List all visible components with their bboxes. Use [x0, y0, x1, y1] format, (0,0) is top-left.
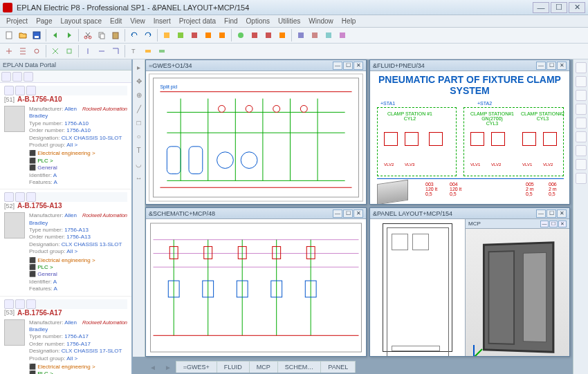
tb-btn-f[interactable] [235, 29, 247, 41]
layout-3d-canvas[interactable] [466, 229, 569, 356]
tb-insert-a[interactable] [3, 45, 15, 57]
part-item[interactable]: [53] A-B.1756-A17Rockwell AutomationManu… [0, 297, 131, 374]
tb-btn-c[interactable] [188, 29, 201, 41]
rt-b[interactable] [576, 76, 587, 87]
doc-schem-canvas[interactable] [146, 219, 366, 356]
tb-btn-e[interactable] [216, 29, 228, 41]
close-icon[interactable]: ✕ [353, 209, 363, 218]
tab-scroll-right-icon[interactable]: ► [160, 362, 176, 373]
tb-btn-k[interactable] [309, 29, 321, 41]
lt-rect-icon[interactable]: □ [134, 118, 144, 127]
min-icon[interactable]: — [333, 209, 342, 218]
min-icon[interactable]: — [540, 221, 549, 227]
rt-i[interactable] [576, 173, 587, 184]
tb-insert-k[interactable] [156, 45, 168, 57]
lt-line-icon[interactable]: ╱ [134, 104, 144, 113]
min-icon[interactable]: — [536, 209, 546, 218]
tb-insert-h[interactable] [109, 45, 122, 57]
menu-edit[interactable]: Edit [107, 16, 125, 26]
rt-c[interactable] [576, 90, 587, 101]
menu-project[interactable]: Project [3, 16, 31, 26]
parts-list[interactable]: [51] A-B.1756-A10Rockwell AutomationManu… [0, 83, 131, 374]
menu-layout-space[interactable]: Layout space [57, 16, 105, 26]
min-icon[interactable]: — [333, 62, 342, 70]
tb-insert-f[interactable] [82, 45, 94, 57]
min-icon[interactable]: — [536, 62, 546, 70]
close-icon[interactable]: ✕ [353, 62, 363, 70]
tb-copy[interactable] [95, 29, 108, 41]
lp-btn-c[interactable] [24, 72, 33, 82]
layout-2d-canvas[interactable] [370, 219, 466, 356]
lt-pan-icon[interactable]: ✥ [134, 76, 144, 86]
tb-insert-j[interactable] [142, 45, 154, 57]
menu-window[interactable]: Window [305, 16, 337, 26]
menu-options[interactable]: Options [243, 16, 273, 26]
close-button[interactable]: ✕ [569, 2, 585, 13]
part-item[interactable]: [51] A-B.1756-A10Rockwell AutomationManu… [0, 83, 131, 189]
rt-h[interactable] [576, 159, 587, 170]
doc-pneu-canvas[interactable]: PNEUMATIC PART OF FIXTURE CLAMP SYSTEM +… [370, 71, 569, 204]
close-icon[interactable]: ✕ [557, 62, 567, 70]
tb-insert-i[interactable]: T [128, 45, 140, 57]
doc-pid-canvas[interactable]: Split pid [146, 71, 366, 204]
lt-arc-icon[interactable]: ◡ [134, 159, 144, 169]
lt-circle-icon[interactable]: ○ [134, 131, 144, 141]
minimize-button[interactable]: — [533, 2, 549, 13]
tb-btn-j[interactable] [295, 29, 307, 41]
tb-insert-g[interactable] [95, 45, 108, 57]
tb-btn-b[interactable] [174, 29, 187, 41]
menu-view[interactable]: View [127, 16, 149, 26]
tab-mcp[interactable]: MCP [249, 361, 278, 373]
menu-help[interactable]: Help [338, 16, 360, 26]
rt-f[interactable] [576, 131, 587, 142]
tab-gwes[interactable]: =GWES+ [176, 361, 217, 373]
tb-btn-g[interactable] [248, 29, 261, 41]
tb-btn-l[interactable] [322, 29, 335, 41]
tb-prev[interactable] [49, 29, 62, 41]
close-icon[interactable]: ✕ [557, 209, 567, 218]
tb-open[interactable] [17, 29, 29, 41]
tab-schem[interactable]: SCHEM… [277, 361, 322, 373]
max-icon[interactable]: ☐ [546, 62, 556, 70]
tb-insert-c[interactable] [30, 45, 43, 57]
tb-insert-d[interactable] [49, 45, 62, 57]
tb-btn-i[interactable] [276, 29, 288, 41]
close-icon[interactable]: ✕ [558, 221, 567, 227]
menu-project-data[interactable]: Project data [176, 16, 219, 26]
tb-btn-m[interactable] [336, 29, 349, 41]
tb-btn-d[interactable] [202, 29, 214, 41]
tb-insert-e[interactable] [63, 45, 75, 57]
lt-zoom-icon[interactable]: ⊕ [134, 90, 144, 100]
lt-text-icon[interactable]: T [134, 145, 144, 155]
max-icon[interactable]: ☐ [549, 221, 558, 227]
part-item[interactable]: [52] A-B.1756-A13Rockwell AutomationManu… [0, 189, 131, 296]
rt-a[interactable] [576, 62, 587, 73]
tb-btn-a[interactable] [160, 29, 173, 41]
max-icon[interactable]: ☐ [546, 209, 556, 218]
max-icon[interactable]: ☐ [343, 62, 353, 70]
tb-paste[interactable] [109, 29, 122, 41]
rt-d[interactable] [576, 104, 587, 115]
lt-select-icon[interactable]: ▸ [134, 62, 144, 72]
tb-redo[interactable] [142, 29, 154, 41]
tb-undo[interactable] [128, 29, 140, 41]
maximize-button[interactable]: ☐ [551, 2, 567, 13]
tb-btn-h[interactable] [262, 29, 275, 41]
rt-g[interactable] [576, 145, 587, 156]
lp-btn-a[interactable] [1, 72, 11, 82]
lp-btn-b[interactable] [12, 72, 22, 82]
tb-save[interactable] [30, 29, 43, 41]
tb-new[interactable] [3, 29, 15, 41]
tab-scroll-left-icon[interactable]: ◄ [145, 362, 160, 373]
menu-insert[interactable]: Insert [150, 16, 174, 26]
tb-next[interactable] [63, 29, 75, 41]
menu-utilities[interactable]: Utilities [275, 16, 304, 26]
menu-page[interactable]: Page [33, 16, 55, 26]
tb-cut[interactable] [82, 29, 94, 41]
max-icon[interactable]: ☐ [343, 209, 353, 218]
lt-dim-icon[interactable]: ↔ [134, 173, 144, 183]
rt-e[interactable] [576, 118, 587, 129]
tb-insert-b[interactable] [17, 45, 29, 57]
tab-fluid[interactable]: FLUID [217, 361, 250, 373]
menu-find[interactable]: Find [221, 16, 241, 26]
